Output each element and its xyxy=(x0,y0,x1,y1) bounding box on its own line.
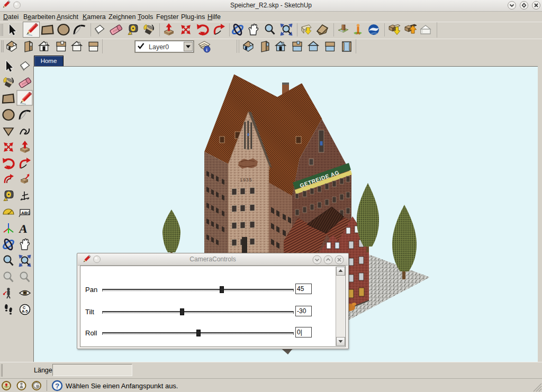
svg-text:Layer0: Layer0 xyxy=(149,43,169,51)
svg-text:?: ? xyxy=(55,382,59,390)
svg-text:1935: 1935 xyxy=(240,177,252,183)
